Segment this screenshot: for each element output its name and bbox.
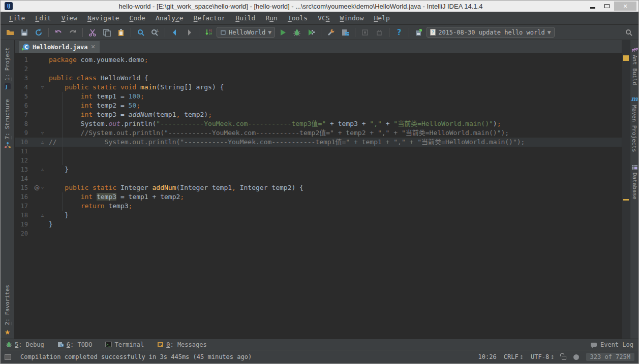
vcs-commit-icon[interactable]	[412, 26, 425, 39]
code-line[interactable]: 12	[15, 156, 622, 165]
code-line[interactable]: 20	[15, 229, 622, 238]
menu-edit[interactable]: Edit	[31, 13, 55, 23]
menu-refactor[interactable]: Refactor	[189, 13, 230, 23]
menu-analyze[interactable]: Analyze	[151, 13, 188, 23]
copy-icon[interactable]	[100, 26, 113, 39]
help-icon[interactable]: ?	[392, 26, 406, 39]
memory-indicator[interactable]: 323 of 725M	[586, 353, 634, 361]
menu-run[interactable]: Run	[261, 13, 282, 23]
close-button[interactable]: ✕	[614, 2, 636, 11]
readonly-lock-icon[interactable]	[562, 356, 566, 360]
gutter[interactable]	[28, 229, 46, 238]
gutter[interactable]	[28, 64, 46, 74]
code-line[interactable]: 3public class HelloWorld {	[15, 74, 622, 83]
tool-window-button-database[interactable]: Database	[631, 164, 638, 200]
fold-down-icon[interactable]: ▿	[41, 83, 44, 92]
gutter[interactable]	[28, 110, 46, 119]
gutter[interactable]: @▿	[28, 183, 46, 192]
gutter[interactable]	[28, 192, 46, 202]
menu-tools[interactable]: Tools	[283, 13, 312, 23]
tool-window-button-terminal[interactable]: >_Terminal	[105, 341, 144, 348]
tool-window-toggle-icon[interactable]	[5, 354, 11, 360]
redo-icon[interactable]	[66, 26, 79, 39]
gutter[interactable]	[28, 119, 46, 128]
event-log-button[interactable]: Event Log	[591, 341, 633, 348]
code-line[interactable]: 2	[15, 64, 622, 74]
encoding-selector[interactable]: UTF-8↕	[531, 353, 555, 360]
fold-up-icon[interactable]: ▵	[41, 165, 44, 174]
gutter[interactable]: ▵	[28, 165, 46, 174]
save-all-icon[interactable]	[18, 26, 31, 39]
code-line[interactable]: 5 int temp1 = 100;	[15, 92, 622, 101]
maximize-button[interactable]	[600, 2, 614, 11]
tab-close-icon[interactable]: ✕	[90, 44, 95, 50]
code-line[interactable]: 11	[15, 147, 622, 156]
project-structure-icon[interactable]	[339, 26, 352, 39]
code-line[interactable]: 14	[15, 174, 622, 183]
code-line[interactable]: 1package com.youmeek.demo;	[15, 55, 622, 64]
menu-window[interactable]: Window	[336, 13, 369, 23]
code-line[interactable]: 18▵ }	[15, 211, 622, 220]
search-everywhere-icon[interactable]	[622, 26, 635, 39]
gutter[interactable]: ▵	[28, 211, 46, 220]
inspection-status-marker[interactable]	[623, 55, 629, 61]
gutter[interactable]	[28, 220, 46, 229]
android-sdk-icon[interactable]	[358, 26, 372, 39]
code-line[interactable]: 10▵// System.out.println("-----------You…	[15, 138, 622, 147]
code-line[interactable]: 7 int temp3 = addNum(temp1, temp2);	[15, 110, 622, 119]
line-ending-selector[interactable]: CRLF↕	[504, 353, 524, 360]
code-line[interactable]: 4▿ public static void main(String[] args…	[15, 83, 622, 92]
undo-icon[interactable]	[52, 26, 65, 39]
warning-stripe-marker[interactable]	[623, 199, 629, 201]
code-line[interactable]: 8 System.out.println("-----------YouMeek…	[15, 119, 622, 128]
gutter[interactable]	[28, 174, 46, 183]
menu-vcs[interactable]: VCS	[313, 13, 334, 23]
cut-icon[interactable]	[86, 26, 99, 39]
menu-code[interactable]: Code	[125, 13, 150, 23]
gutter[interactable]	[28, 156, 46, 165]
code-line[interactable]: 15@▿ public static Integer addNum(Intege…	[15, 183, 622, 192]
minimize-button[interactable]	[586, 2, 600, 11]
gutter[interactable]: ▵	[28, 138, 46, 147]
paste-icon[interactable]	[114, 26, 128, 39]
vcs-changelist-select[interactable]: ? 2015-08-30 update hello world ▼	[427, 27, 554, 38]
find-icon[interactable]	[134, 26, 147, 39]
back-icon[interactable]	[168, 26, 181, 39]
synchronize-icon[interactable]	[32, 26, 45, 39]
debug-icon[interactable]	[290, 26, 303, 39]
error-stripe-scrollbar[interactable]	[622, 40, 630, 339]
tab-helloworld-java[interactable]: C HelloWorld.java ✕	[19, 41, 100, 53]
open-icon[interactable]	[4, 26, 17, 39]
tool-window-button-favorites[interactable]: 2: Favorites★	[4, 285, 11, 337]
run-configuration-select[interactable]: HelloWorld ▼	[217, 27, 275, 38]
run-with-coverage-icon[interactable]	[305, 26, 318, 39]
gutter[interactable]: ▿	[28, 128, 46, 138]
compare-lines-icon[interactable]: 0110	[202, 26, 216, 39]
gutter[interactable]	[28, 92, 46, 101]
android-device-icon[interactable]	[373, 26, 386, 39]
fold-down-icon[interactable]: ▿	[41, 183, 44, 192]
fold-up-icon[interactable]: ▵	[41, 211, 44, 220]
code-line[interactable]: 17 return temp3;	[15, 202, 622, 211]
fold-down-icon[interactable]: ▿	[41, 128, 44, 138]
tool-window-button-debug[interactable]: 5: Debug	[6, 341, 44, 348]
code-line[interactable]: 6 int temp2 = 50;	[15, 101, 622, 110]
gutter[interactable]	[28, 147, 46, 156]
code-line[interactable]: 13▵ }	[15, 165, 622, 174]
menu-view[interactable]: View	[57, 13, 82, 23]
tool-window-button-structure[interactable]: 7: Structure	[4, 99, 11, 148]
settings-icon[interactable]	[324, 26, 338, 39]
gutter[interactable]	[28, 101, 46, 110]
menu-help[interactable]: Help	[370, 13, 394, 23]
gutter[interactable]: ▿	[28, 83, 46, 92]
code-line[interactable]: 19}	[15, 220, 622, 229]
fold-up-icon[interactable]: ▵	[41, 138, 44, 147]
menu-file[interactable]: File	[5, 13, 29, 23]
code-editor[interactable]: 1package com.youmeek.demo;23public class…	[15, 53, 622, 339]
tool-window-button-project[interactable]: 1: ProjectJ	[4, 47, 11, 90]
tool-window-button-mavenprojects[interactable]: mMaven Projects	[631, 93, 638, 152]
menu-build[interactable]: Build	[231, 13, 260, 23]
caret-position-indicator[interactable]: 10:26	[478, 353, 497, 360]
tool-window-button-todo[interactable]: 6: TODO	[57, 341, 93, 348]
hector-inspections-icon[interactable]	[573, 354, 579, 360]
